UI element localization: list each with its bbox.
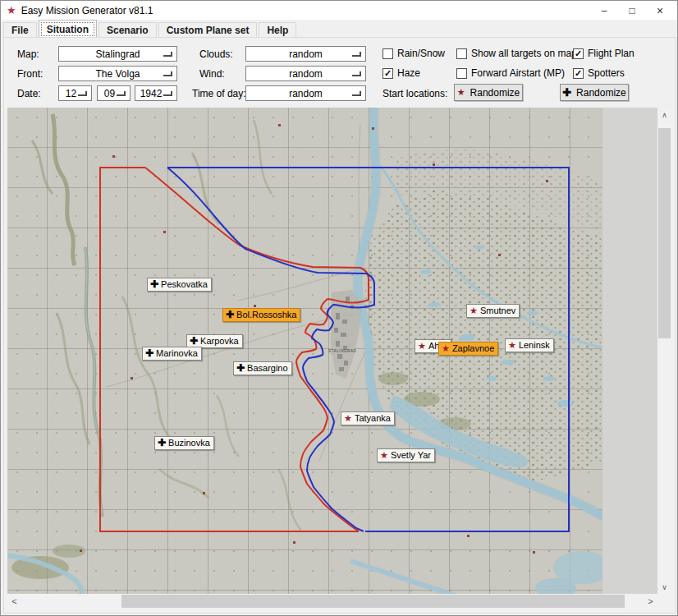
map-label-zaplavnoe[interactable]: ★ Zaplavnoe bbox=[438, 342, 498, 356]
map-label-text: Karpovka bbox=[200, 336, 238, 346]
checkbox-box bbox=[456, 48, 467, 59]
clouds-label: Clouds: bbox=[199, 48, 233, 60]
close-button[interactable]: × bbox=[646, 1, 674, 20]
black-cross-icon: ✚ bbox=[150, 279, 158, 289]
dropdown-icon bbox=[163, 52, 172, 57]
map-label-tatyanka[interactable]: ★ Tatyanka bbox=[341, 411, 395, 425]
map-background-filler bbox=[602, 108, 657, 594]
randomize-red-button[interactable]: ★ Randomize bbox=[454, 84, 523, 101]
tab-strip: File Situation Scenario Custom Plane set… bbox=[3, 21, 298, 37]
date-month-select[interactable]: 09 bbox=[97, 85, 131, 101]
window-title: Easy Mission Generator v81.1 bbox=[21, 5, 153, 16]
map-select[interactable]: Stalingrad bbox=[58, 46, 177, 62]
dropdown-icon bbox=[163, 71, 172, 76]
checkbox-label: Spotters bbox=[588, 67, 625, 79]
city-label: STALINGRAD bbox=[328, 349, 357, 353]
time-of-day-select[interactable]: random bbox=[245, 85, 366, 101]
date-year-value: 1942 bbox=[140, 88, 163, 99]
map-label-text: Tatyanka bbox=[355, 413, 391, 423]
checkbox-flight-plan[interactable]: ✓ Flight Plan bbox=[573, 48, 634, 59]
dropdown-icon bbox=[352, 91, 361, 96]
black-cross-icon: ✚ bbox=[562, 86, 571, 99]
wind-label: Wind: bbox=[199, 68, 225, 80]
horizontal-scrollbar[interactable]: < > bbox=[7, 594, 657, 609]
checkbox-rain-snow[interactable]: Rain/Snow bbox=[383, 48, 445, 59]
clouds-select[interactable]: random bbox=[245, 46, 366, 62]
black-cross-icon: ✚ bbox=[158, 438, 166, 448]
checkbox-label: Rain/Snow bbox=[397, 48, 445, 59]
red-star-icon: ★ bbox=[508, 341, 516, 350]
app-window: ★ Easy Mission Generator v81.1 – □ × Fil… bbox=[0, 0, 678, 616]
randomize-black-button[interactable]: ✚ Randomize bbox=[560, 84, 629, 101]
tab-situation[interactable]: Situation bbox=[39, 20, 97, 37]
app-red-star-icon: ★ bbox=[7, 5, 16, 16]
map-label: Map: bbox=[17, 48, 39, 60]
maximize-button[interactable]: □ bbox=[618, 1, 646, 20]
dropdown-icon bbox=[352, 71, 361, 76]
red-star-icon: ★ bbox=[380, 451, 388, 460]
checkbox-label: Forward Airstart (MP) bbox=[471, 67, 565, 79]
randomize-black-label: Randomize bbox=[576, 87, 626, 99]
checkbox-forward-airstart[interactable]: Forward Airstart (MP) bbox=[456, 67, 565, 79]
black-cross-icon: ✚ bbox=[190, 336, 198, 346]
map-label-text: Zaplavnoe bbox=[452, 343, 494, 353]
map-label-text: Bol.Rossoshka bbox=[236, 310, 296, 319]
map-label-buzinovka[interactable]: ✚ Buzinovka bbox=[154, 436, 214, 450]
scroll-right-icon[interactable]: > bbox=[644, 594, 657, 609]
map-label-text: Buzinovka bbox=[168, 438, 210, 448]
date-year-select[interactable]: 1942 bbox=[135, 85, 177, 101]
black-cross-icon: ✚ bbox=[145, 348, 153, 358]
map-label-peskovatka[interactable]: ✚ Peskovatka bbox=[147, 278, 212, 292]
red-star-icon: ★ bbox=[457, 87, 465, 98]
map-label-text: Marinovka bbox=[156, 348, 198, 358]
scroll-left-icon[interactable]: < bbox=[7, 594, 21, 609]
date-day-select[interactable]: 12 bbox=[58, 85, 92, 101]
black-cross-icon: ✚ bbox=[226, 310, 234, 319]
dropdown-icon bbox=[117, 91, 126, 96]
checkbox-haze[interactable]: ✓ Haze bbox=[383, 67, 420, 79]
checkbox-box: ✓ bbox=[573, 48, 584, 59]
map-select-value: Stalingrad bbox=[95, 48, 140, 60]
wind-select-value: random bbox=[289, 68, 323, 80]
map-label-bol-rossoshka[interactable]: ✚ Bol.Rossoshka bbox=[222, 308, 300, 322]
map-label-text: Svetly Yar bbox=[391, 450, 431, 460]
checkbox-spotters[interactable]: ✓ Spotters bbox=[573, 67, 625, 79]
red-star-icon: ★ bbox=[344, 414, 352, 423]
checkbox-label: Show all targets on map bbox=[471, 48, 577, 59]
title-bar[interactable]: ★ Easy Mission Generator v81.1 – □ × bbox=[1, 1, 677, 20]
dropdown-icon bbox=[163, 91, 172, 96]
map-label-svetly-yar[interactable]: ★ Svetly Yar bbox=[377, 448, 435, 462]
map-canvas[interactable]: STALINGRAD bbox=[7, 108, 602, 594]
front-select[interactable]: The Volga bbox=[58, 66, 177, 81]
date-day-value: 12 bbox=[66, 88, 76, 99]
tab-scenario[interactable]: Scenario bbox=[98, 22, 157, 37]
map-label-text: Basargino bbox=[247, 363, 288, 373]
map-label-leninsk[interactable]: ★ Leninsk bbox=[505, 338, 554, 352]
map-label-smutnev[interactable]: ★ Smutnev bbox=[466, 304, 520, 318]
tab-custom-plane-set[interactable]: Custom Plane set bbox=[158, 22, 258, 37]
black-cross-icon: ✚ bbox=[236, 363, 245, 373]
scroll-up-icon[interactable]: ∧ bbox=[657, 108, 671, 122]
red-star-icon: ★ bbox=[470, 306, 478, 315]
red-star-icon: ★ bbox=[418, 342, 426, 351]
dropdown-icon bbox=[78, 91, 87, 96]
checkbox-label: Haze bbox=[397, 67, 420, 79]
horizontal-scrollbar-thumb[interactable] bbox=[121, 595, 625, 608]
tab-help[interactable]: Help bbox=[259, 22, 296, 37]
date-month-value: 09 bbox=[104, 88, 115, 99]
tab-file[interactable]: File bbox=[3, 22, 37, 37]
map-label-text: Peskovatka bbox=[161, 279, 208, 289]
wind-select[interactable]: random bbox=[245, 66, 366, 81]
checkbox-show-all-targets[interactable]: Show all targets on map bbox=[456, 48, 577, 59]
front-select-value: The Volga bbox=[95, 68, 140, 80]
scroll-down-icon[interactable]: ∨ bbox=[657, 580, 671, 594]
minimize-button[interactable]: – bbox=[590, 1, 618, 20]
map-label-basargino[interactable]: ✚ Basargino bbox=[233, 361, 292, 375]
start-locations-label: Start locations: bbox=[383, 88, 447, 99]
map-label-text: Smutnev bbox=[480, 306, 515, 315]
date-label: Date: bbox=[17, 88, 41, 99]
vertical-scrollbar[interactable]: ∧ ∨ bbox=[657, 108, 671, 594]
front-label: Front: bbox=[17, 68, 43, 80]
vertical-scrollbar-thumb[interactable] bbox=[658, 128, 671, 338]
map-label-marinovka[interactable]: ✚ Marinovka bbox=[142, 347, 202, 361]
